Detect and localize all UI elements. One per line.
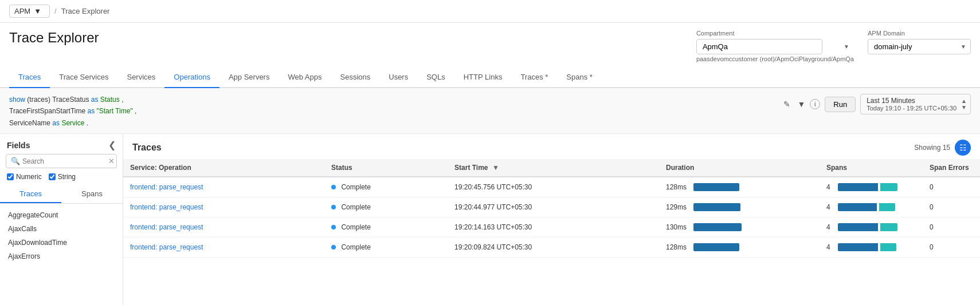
spans-bar-blue-0 bbox=[838, 183, 878, 191]
cell-duration-3: 128ms bbox=[659, 237, 820, 258]
cell-span-errors-2: 0 bbox=[923, 217, 980, 237]
status-dot-1 bbox=[331, 205, 336, 209]
field-item-aggregatecount[interactable]: AggregateCount bbox=[0, 208, 123, 222]
tab-sessions[interactable]: Sessions bbox=[331, 67, 380, 88]
grid-view-button[interactable]: ☷ bbox=[955, 140, 971, 156]
numeric-label: Numeric bbox=[16, 173, 42, 181]
sort-down-icon: ▼ bbox=[492, 164, 499, 172]
tab-spans-star[interactable]: Spans * bbox=[557, 67, 602, 88]
tab-services[interactable]: Services bbox=[117, 67, 164, 88]
query-dropdown-icon[interactable]: ▼ bbox=[795, 98, 807, 110]
tab-http-links[interactable]: HTTP Links bbox=[454, 67, 512, 88]
compartment-sub: paasdevomccustomer (root)/ApmOciPlaygrou… bbox=[696, 56, 854, 62]
cell-start-time-3: 19:20:09.824 UTC+05:30 bbox=[448, 237, 659, 258]
cell-span-errors-1: 0 bbox=[923, 197, 980, 217]
status-text-1: Complete bbox=[341, 203, 370, 211]
string-checkbox[interactable] bbox=[49, 173, 56, 180]
numeric-checkbox[interactable] bbox=[7, 173, 14, 180]
col-service-operation: Service: Operation bbox=[123, 159, 324, 177]
table-row: frontend: parse_request Complete 19:20:4… bbox=[123, 177, 980, 197]
query-edit-icon[interactable]: ✎ bbox=[781, 98, 793, 110]
col-status: Status bbox=[324, 159, 448, 177]
cell-start-time-0: 19:20:45.756 UTC+05:30 bbox=[448, 177, 659, 197]
tab-traces[interactable]: Traces bbox=[9, 67, 50, 88]
trace-table: Service: Operation Status Start Time ▼ D… bbox=[123, 159, 980, 305]
spans-bar-blue-3 bbox=[838, 243, 878, 251]
tab-operations[interactable]: Operations bbox=[164, 67, 219, 88]
query-as1: as bbox=[91, 96, 99, 104]
spans-bar-teal-2 bbox=[880, 223, 897, 231]
compartment-control: Compartment ApmQa ▼ paasdevomccustomer (… bbox=[696, 30, 854, 62]
spans-bar-wrap-1: 4 bbox=[826, 203, 916, 211]
subtab-traces[interactable]: Traces bbox=[0, 185, 61, 203]
compartment-select[interactable]: ApmQa bbox=[696, 39, 822, 54]
col-span-errors: Span Errors bbox=[923, 159, 980, 177]
fields-title: Fields bbox=[7, 141, 30, 150]
duration-value-1: 129ms bbox=[666, 203, 689, 211]
spans-bar-wrap-0: 4 bbox=[826, 183, 916, 191]
right-panel-header: Traces Showing 15 ☷ bbox=[123, 134, 980, 159]
table-header: Service: Operation Status Start Time ▼ D… bbox=[123, 159, 980, 177]
tab-trace-services[interactable]: Trace Services bbox=[50, 67, 117, 88]
query-as2: as bbox=[87, 107, 95, 115]
cell-duration-1: 129ms bbox=[659, 197, 820, 217]
subtab-spans[interactable]: Spans bbox=[61, 185, 123, 203]
field-item-ajaxerrors[interactable]: AjaxErrors bbox=[0, 249, 123, 263]
duration-bar-0 bbox=[693, 183, 739, 191]
apm-dropdown[interactable]: APM ▼ bbox=[9, 5, 50, 18]
run-button[interactable]: Run bbox=[825, 97, 856, 112]
duration-bar-wrap-3: 128ms bbox=[666, 243, 813, 251]
apm-domain-control: APM Domain domain-july ▼ bbox=[868, 30, 971, 62]
col-start-time[interactable]: Start Time ▼ bbox=[448, 159, 659, 177]
tab-users[interactable]: Users bbox=[379, 67, 417, 88]
right-panel: Traces Showing 15 ☷ Service: Operation S… bbox=[123, 134, 980, 305]
cell-spans-1: 4 bbox=[820, 197, 923, 217]
apm-domain-label: APM Domain bbox=[868, 30, 971, 37]
query-right-controls: ✎ ▼ i Run Last 15 Minutes Today 19:10 - … bbox=[781, 94, 971, 114]
query-bar: show (traces) TraceStatus as Status , Tr… bbox=[0, 88, 980, 134]
field-item-ajaxdownloadtime[interactable]: AjaxDownloadTime bbox=[0, 236, 123, 249]
clear-search-button[interactable]: ✕ bbox=[108, 157, 115, 165]
time-selector[interactable]: Last 15 Minutes Today 19:10 - 19:25 UTC+… bbox=[860, 94, 971, 114]
filter-row: Numeric String bbox=[0, 173, 123, 185]
compartment-select-wrapper: ApmQa ▼ bbox=[696, 39, 854, 54]
apm-domain-select[interactable]: domain-july bbox=[868, 39, 971, 54]
spans-bar-teal-1 bbox=[879, 203, 895, 211]
cell-service-op-1: frontend: parse_request bbox=[123, 197, 324, 217]
right-panel-meta: Showing 15 ☷ bbox=[914, 140, 971, 156]
compartment-label: Compartment bbox=[696, 30, 854, 37]
page-title: Trace Explorer bbox=[9, 30, 99, 46]
duration-value-2: 130ms bbox=[666, 223, 689, 231]
tab-app-servers[interactable]: App Servers bbox=[219, 67, 279, 88]
spans-bar-blue-1 bbox=[838, 203, 877, 211]
status-text-3: Complete bbox=[341, 243, 370, 251]
duration-bar-wrap-2: 130ms bbox=[666, 223, 813, 231]
main-content: Fields ❮ 🔍 ✕ Numeric String Traces Spans… bbox=[0, 134, 980, 305]
duration-bar-1 bbox=[693, 203, 740, 211]
cell-spans-3: 4 bbox=[820, 237, 923, 258]
service-op-link-2[interactable]: frontend: parse_request bbox=[130, 223, 203, 231]
tab-traces-star[interactable]: Traces * bbox=[511, 67, 557, 88]
col-spans: Spans bbox=[820, 159, 923, 177]
time-chevron-icon: ▲▼ bbox=[961, 98, 967, 110]
query-comma2: , bbox=[135, 107, 136, 115]
page-header: Trace Explorer Compartment ApmQa ▼ paasd… bbox=[0, 23, 980, 67]
traces-panel-title: Traces bbox=[132, 142, 162, 153]
cell-status-3: Complete bbox=[324, 237, 448, 258]
apm-domain-select-wrapper: domain-july ▼ bbox=[868, 39, 971, 54]
duration-value-0: 128ms bbox=[666, 183, 689, 191]
status-text-2: Complete bbox=[341, 223, 370, 231]
search-input[interactable] bbox=[22, 157, 108, 165]
field-item-ajaxcalls[interactable]: AjaxCalls bbox=[0, 222, 123, 236]
service-op-link-1[interactable]: frontend: parse_request bbox=[130, 203, 203, 211]
table-row: frontend: parse_request Complete 19:20:4… bbox=[123, 197, 980, 217]
tab-web-apps[interactable]: Web Apps bbox=[279, 67, 331, 88]
service-op-link-3[interactable]: frontend: parse_request bbox=[130, 243, 203, 251]
duration-bar-wrap-1: 129ms bbox=[666, 203, 813, 211]
query-text: show (traces) TraceStatus as Status , Tr… bbox=[9, 94, 136, 129]
breadcrumb-separator: / bbox=[54, 7, 57, 15]
query-info-icon[interactable]: i bbox=[810, 99, 820, 109]
tab-sqls[interactable]: SQLs bbox=[417, 67, 454, 88]
service-op-link-0[interactable]: frontend: parse_request bbox=[130, 183, 203, 191]
collapse-button[interactable]: ❮ bbox=[108, 140, 116, 150]
